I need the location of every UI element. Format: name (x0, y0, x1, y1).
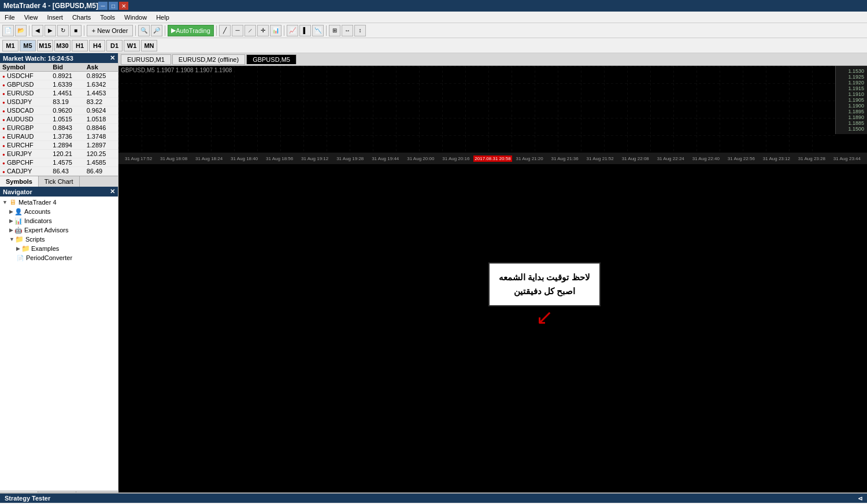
nav-metatrader4[interactable]: ▼ 🖥 MetaTrader 4 (0, 198, 118, 207)
x-label-7: 31 Aug 19:28 (332, 156, 368, 161)
indicator-button[interactable]: 📊 (270, 25, 281, 36)
autoscroll-button[interactable]: ↕ (354, 25, 366, 36)
nav-label-scripts: Scripts (25, 236, 45, 243)
nav-expert-advisors[interactable]: ▶ 🤖 Expert Advisors (0, 225, 118, 235)
tf-m5[interactable]: M5 (20, 40, 36, 51)
table-row[interactable]: ● USDCAD 0.9620 0.9624 (0, 106, 118, 115)
x-label-14: 31 Aug 21:52 (583, 156, 618, 161)
table-row[interactable]: ● GBPCHF 1.4575 1.4585 (0, 158, 118, 167)
folder-icon: 🖥 (9, 198, 17, 206)
forward-button[interactable]: ▶ (45, 25, 56, 36)
back-button[interactable]: ◀ (32, 25, 43, 36)
table-row[interactable]: ● EURUSD 1.4451 1.4453 (0, 89, 118, 98)
tab-symbols[interactable]: Symbols (0, 176, 39, 187)
symbol-name: ● EURCHF (0, 141, 50, 150)
expand-icon: ▼ (2, 199, 8, 205)
menu-help[interactable]: Help (151, 13, 174, 22)
table-row[interactable]: ● USDCHF 0.8921 0.8925 (0, 72, 118, 80)
zoom-out-button[interactable]: 🔎 (151, 25, 162, 36)
ea-icon: 🤖 (14, 226, 23, 234)
navigator-tabs: Common Favorites (0, 491, 118, 492)
open-button[interactable]: 📂 (15, 25, 27, 36)
tf-m1[interactable]: M1 (2, 40, 18, 51)
tf-h1[interactable]: H1 (72, 40, 88, 51)
candle-button[interactable]: ▌ (299, 25, 311, 36)
navigator-close-icon[interactable]: ✕ (110, 188, 115, 195)
menu-window[interactable]: Window (120, 13, 151, 22)
bar-chart-button[interactable]: 📈 (287, 25, 298, 36)
line-button[interactable]: ╱ (219, 25, 231, 36)
tf-m30[interactable]: M30 (54, 40, 71, 51)
symbol-name: ● GBPCHF (0, 158, 50, 167)
hline-button[interactable]: ─ (232, 25, 243, 36)
new-order-button[interactable]: + New Order (87, 25, 133, 36)
chart-row: 1.1530 1.1925 1.1920 1.1915 1.1910 1.190… (118, 66, 867, 153)
navigator-body: ▼ 🖥 MetaTrader 4 ▶ 👤 Accounts ▶ 📊 Indica… (0, 197, 118, 491)
examples-arrow: ▶ (16, 246, 20, 251)
separator1 (29, 25, 29, 36)
table-row[interactable]: ● CADJPY 86.43 86.49 (0, 167, 118, 176)
symbol-name: ● CADJPY (0, 167, 50, 176)
ask-price: 83.22 (84, 98, 118, 106)
menu-file[interactable]: File (0, 13, 20, 22)
tester-side-btn[interactable]: ⊲ (858, 495, 862, 502)
table-row[interactable]: ● EURAUD 1.3736 1.3748 (0, 132, 118, 141)
trendline-button[interactable]: ⟋ (244, 25, 256, 36)
table-row[interactable]: ● EURGBP 0.8843 0.8846 (0, 124, 118, 132)
navigator-header: Navigator ✕ (0, 187, 118, 197)
menu-insert[interactable]: Insert (42, 13, 68, 22)
bid-price: 83.19 (50, 98, 84, 106)
separator5 (216, 25, 217, 36)
tf-w1[interactable]: W1 (124, 40, 140, 51)
tf-d1[interactable]: D1 (106, 40, 123, 51)
nav-periodconverter[interactable]: 📄 PeriodConverter (0, 253, 118, 262)
menu-tools[interactable]: Tools (95, 13, 120, 22)
x-label-15: 31 Aug 22:08 (618, 156, 653, 161)
tester-header-controls: ⊲ (858, 495, 862, 502)
chart-tab-gbpusd-m5[interactable]: GBPUSD,M5 (246, 54, 297, 64)
autotrading-button[interactable]: ▶ AutoTrading (168, 25, 214, 36)
new-button[interactable]: 📄 (2, 25, 14, 36)
y-axis: 1.1530 1.1925 1.1920 1.1915 1.1910 1.190… (835, 66, 867, 134)
tf-m15[interactable]: M15 (37, 40, 53, 51)
nav-scripts[interactable]: ▼ 📁 Scripts (0, 235, 118, 244)
nav-label-periodconverter: PeriodConverter (26, 254, 72, 261)
app-title: MetaTrader 4 - [GBPUSD,M5] (3, 2, 98, 10)
scrollbar-button[interactable]: ↔ (342, 25, 353, 36)
indicators-icon: 📊 (14, 217, 23, 225)
tab-favorites[interactable]: Favorites (38, 491, 76, 492)
chart-tab-eurusd-m2[interactable]: EURUSD,M2 (offline) (172, 54, 245, 65)
crosshair-button[interactable]: ✛ (257, 25, 269, 36)
table-row[interactable]: ● AUDUSD 1.0515 1.0518 (0, 115, 118, 124)
menu-view[interactable]: View (20, 13, 43, 22)
minimize-button[interactable]: ─ (98, 2, 108, 10)
close-button[interactable]: ✕ (119, 2, 128, 10)
line-chart-button[interactable]: 📉 (312, 25, 324, 36)
y-label-1900: 1.1900 (837, 103, 866, 109)
zoom-in-button[interactable]: 🔍 (138, 25, 150, 36)
table-row[interactable]: ● EURJPY 120.21 120.25 (0, 150, 118, 158)
chart-container[interactable]: GBPUSD,M5 1.1907 1.1908 1.1907 1.1908 (118, 66, 867, 492)
tab-common[interactable]: Common (0, 491, 38, 492)
menu-charts[interactable]: Charts (68, 13, 95, 22)
chart-tab-eurusd-m1[interactable]: EURUSD,M1 (121, 54, 171, 65)
maximize-button[interactable]: □ (109, 2, 118, 10)
symbol-name: ● EURAUD (0, 132, 50, 141)
nav-examples[interactable]: ▶ 📁 Examples (0, 244, 118, 253)
refresh-button[interactable]: ↻ (57, 25, 69, 36)
y-label-1905: 1.1905 (837, 97, 866, 103)
nav-indicators[interactable]: ▶ 📊 Indicators (0, 216, 118, 225)
tab-tick-chart[interactable]: Tick Chart (39, 176, 80, 187)
table-row[interactable]: ● GBPUSD 1.6339 1.6342 (0, 80, 118, 89)
tf-mn[interactable]: MN (141, 40, 157, 51)
table-row[interactable]: ● USDJPY 83.19 83.22 (0, 98, 118, 106)
table-row[interactable]: ● EURCHF 1.2894 1.2897 (0, 141, 118, 150)
period-sep-button[interactable]: ⊞ (329, 25, 340, 36)
stop-button[interactable]: ■ (70, 25, 81, 36)
x-axis-labels: 31 Aug 17:52 31 Aug 18:08 31 Aug 18:24 3… (118, 153, 867, 164)
nav-accounts[interactable]: ▶ 👤 Accounts (0, 207, 118, 216)
x-label-1: 31 Aug 17:52 (121, 156, 156, 161)
market-watch-close-icon[interactable]: ✕ (110, 54, 115, 62)
tf-h4[interactable]: H4 (89, 40, 105, 51)
window-controls: ─ □ ✕ (98, 2, 128, 10)
